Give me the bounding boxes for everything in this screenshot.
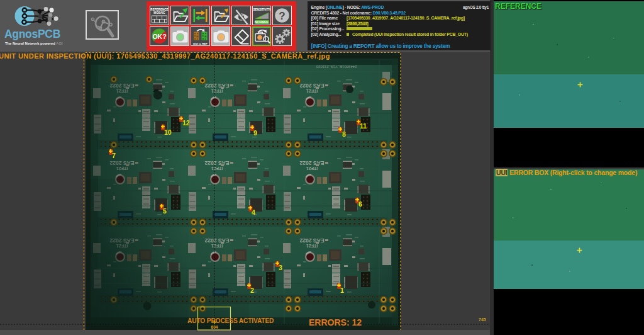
svg-text:NORMAL: NORMAL: [254, 20, 269, 23]
svg-text:604: 604: [211, 325, 218, 329]
svg-text:SENSITIVITY: SENSITIVITY: [253, 8, 270, 11]
svg-text:?: ?: [279, 9, 286, 21]
svg-text:AUTO PROCESS ACTIVATED: AUTO PROCESS ACTIVATED: [187, 317, 274, 324]
svg-text:AgnosPCB: AgnosPCB: [4, 28, 60, 40]
svg-text:The Neural Network powered AOI: The Neural Network powered AOI: [5, 42, 63, 45]
svg-text:MOSAIC: MOSAIC: [154, 11, 166, 14]
svg-text:UUI to REF: UUI to REF: [193, 42, 208, 45]
svg-text:REFERENCE: REFERENCE: [151, 8, 169, 11]
svg-text:745: 745: [479, 317, 486, 322]
svg-text:OK?: OK?: [153, 33, 167, 40]
svg-text:ERRORS: 12: ERRORS: 12: [309, 317, 362, 327]
